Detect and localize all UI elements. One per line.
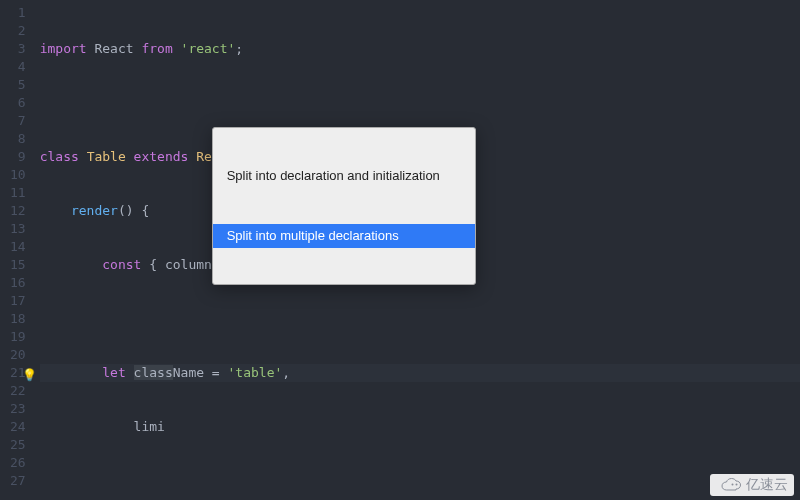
line-number: 6: [10, 94, 26, 112]
svg-point-0: [732, 484, 734, 486]
intention-popup: Split into declaration and initializatio…: [212, 127, 476, 285]
code-line-active: 💡 let className = 'table',: [40, 364, 800, 382]
line-number: 18: [10, 310, 26, 328]
line-number: 15: [10, 256, 26, 274]
line-number: 14: [10, 238, 26, 256]
code-editor: 1234567891011121314151617181920212223242…: [0, 0, 800, 500]
line-number: 9: [10, 148, 26, 166]
line-number: 17: [10, 292, 26, 310]
code-line: [40, 472, 800, 490]
code-line: limi: [40, 418, 800, 436]
watermark: 亿速云: [710, 474, 794, 496]
line-number: 5: [10, 76, 26, 94]
line-number: 1: [10, 4, 26, 22]
code-line: import React from 'react';: [40, 40, 800, 58]
lightbulb-icon[interactable]: 💡: [22, 366, 37, 384]
line-number: 16: [10, 274, 26, 292]
line-gutter: 1234567891011121314151617181920212223242…: [0, 0, 40, 500]
line-number: 25: [10, 436, 26, 454]
code-line: [40, 310, 800, 328]
watermark-text: 亿速云: [746, 476, 788, 494]
code-area[interactable]: import React from 'react'; class Table e…: [40, 0, 800, 500]
popup-item-split-multiple[interactable]: Split into multiple declarations: [213, 224, 475, 248]
code-line: [40, 94, 800, 112]
line-number: 13: [10, 220, 26, 238]
line-number: 7: [10, 112, 26, 130]
line-number: 27: [10, 472, 26, 490]
line-number: 2: [10, 22, 26, 40]
line-number: 12: [10, 202, 26, 220]
line-number: 24: [10, 418, 26, 436]
line-number: 26: [10, 454, 26, 472]
popup-item-split-decl-init[interactable]: Split into declaration and initializatio…: [213, 164, 475, 188]
line-number: 8: [10, 130, 26, 148]
line-number: 4: [10, 58, 26, 76]
line-number: 22: [10, 382, 26, 400]
svg-point-1: [736, 484, 738, 486]
line-number: 11: [10, 184, 26, 202]
line-number: 10: [10, 166, 26, 184]
line-number: 19: [10, 328, 26, 346]
cloud-icon: [716, 478, 742, 492]
line-number: 20: [10, 346, 26, 364]
line-number: 23: [10, 400, 26, 418]
line-number: 3: [10, 40, 26, 58]
